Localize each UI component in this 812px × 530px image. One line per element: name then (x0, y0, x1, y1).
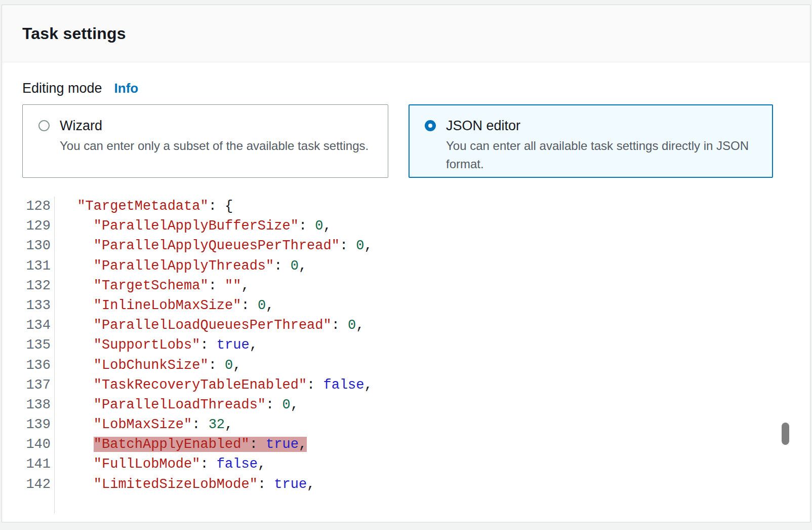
token-str: "FullLobMode" (94, 457, 200, 472)
code-text: "ParallelApplyBufferSize": 0, (54, 216, 332, 236)
token-num: 0 (282, 397, 290, 412)
line-number: 142 (2, 475, 54, 495)
token-punc: : (200, 337, 216, 353)
token-punc: : (340, 238, 356, 253)
token-str: "ParallelLoadQueuesPerThread" (94, 318, 332, 333)
token-str: "TargetSchema" (94, 278, 209, 293)
line-number: 135 (2, 335, 54, 355)
line-number: 128 (2, 197, 54, 216)
token-punc: , (364, 377, 373, 393)
token-punc: , (241, 278, 249, 293)
token-punc: : (192, 417, 208, 432)
code-line[interactable]: 142 "LimitedSizeLobMode": true, (2, 475, 810, 495)
code-line[interactable]: 131 "ParallelApplyThreads": 0, (2, 256, 810, 276)
json-code-editor[interactable]: 128 "TargetMetadata": {129 "ParallelAppl… (2, 197, 810, 516)
code-line[interactable]: 133 "InlineLobMaxSize": 0, (2, 296, 810, 316)
editor-scrollbar-thumb[interactable] (782, 423, 789, 445)
token-num: 0 (315, 218, 323, 234)
token-punc: , (258, 457, 266, 472)
token-num: 0 (356, 238, 364, 253)
code-line[interactable]: 132 "TargetSchema": "", (2, 276, 810, 296)
token-str: "LobMaxSize" (94, 417, 192, 432)
container-content: Editing mode Info Wizard You can enter o… (2, 62, 810, 178)
indent (61, 278, 94, 293)
token-punc: : (307, 377, 323, 393)
indent (61, 457, 94, 472)
code-line[interactable]: 139 "LobMaxSize": 32, (2, 415, 810, 435)
token-str: "TargetMetadata" (77, 199, 208, 214)
token-str: "TaskRecoveryTableEnabled" (94, 377, 307, 393)
token-punc: : (241, 298, 257, 313)
code-line[interactable]: 137 "TaskRecoveryTableEnabled": false, (2, 375, 810, 395)
token-bool: false (323, 377, 364, 393)
indent (61, 358, 94, 373)
indent (61, 298, 94, 313)
wizard-option-card[interactable]: Wizard You can enter only a subset of th… (22, 104, 388, 178)
info-link[interactable]: Info (114, 81, 139, 96)
code-text: "TaskRecoveryTableEnabled": false, (54, 375, 373, 395)
code-text: "LobChunkSize": 0, (54, 356, 241, 375)
token-num: 32 (209, 417, 225, 432)
token-str: "InlineLobMaxSize" (94, 298, 241, 313)
container-header: Task settings (2, 5, 810, 62)
token-punc: , (250, 337, 258, 353)
token-punc: : (274, 258, 290, 274)
code-text: "TargetMetadata": { (54, 197, 233, 216)
token-str: "ParallelApplyThreads" (94, 258, 274, 274)
code-text: "FullLobMode": false, (54, 455, 266, 474)
json-editor-option-title: JSON editor (446, 118, 762, 134)
code-text: "LimitedSizeLobMode": true, (54, 475, 315, 495)
token-str: "ParallelApplyQueuesPerThread" (94, 238, 340, 253)
code-line[interactable]: 129 "ParallelApplyBufferSize": 0, (2, 216, 810, 236)
token-num: 0 (348, 318, 356, 333)
wizard-option-title: Wizard (60, 118, 369, 134)
token-punc: : (266, 397, 282, 412)
line-number: 136 (2, 356, 54, 375)
token-punc: , (307, 477, 315, 492)
token-str: "LobChunkSize" (94, 358, 209, 373)
token-num: 0 (225, 358, 233, 373)
indent (61, 477, 94, 492)
code-line[interactable]: 134 "ParallelLoadQueuesPerThread": 0, (2, 316, 810, 335)
line-number: 141 (2, 455, 54, 474)
token-bool: true (274, 477, 307, 492)
token-str: "BatchApplyEnabled" (94, 437, 250, 452)
token-punc: : (250, 437, 266, 452)
indent (61, 218, 94, 234)
json-editor-option-card[interactable]: JSON editor You can enter all available … (409, 104, 773, 178)
json-editor-radio-icon[interactable] (425, 120, 436, 131)
line-number: 132 (2, 276, 54, 296)
token-bool: false (217, 457, 258, 472)
code-line[interactable]: 130 "ParallelApplyQueuesPerThread": 0, (2, 236, 810, 256)
code-line[interactable]: 136 "LobChunkSize": 0, (2, 356, 810, 375)
token-bool: true (266, 437, 299, 452)
indent (61, 377, 94, 393)
highlighted-match: "BatchApplyEnabled": true, (94, 437, 307, 452)
token-num: 0 (291, 258, 299, 274)
wizard-radio-icon[interactable] (38, 120, 50, 131)
code-line[interactable]: 135 "SupportLobs": true, (2, 335, 810, 355)
code-line[interactable]: 140 "BatchApplyEnabled": true, (2, 435, 810, 455)
code-text: "InlineLobMaxSize": 0, (54, 296, 274, 316)
code-line[interactable]: 138 "ParallelLoadThreads": 0, (2, 395, 810, 415)
line-number: 129 (2, 216, 54, 236)
code-line[interactable]: 128 "TargetMetadata": { (2, 197, 810, 216)
token-punc: , (291, 397, 299, 412)
line-number: 130 (2, 236, 54, 256)
indent (61, 318, 94, 333)
token-punc: , (364, 238, 373, 253)
code-line[interactable]: 141 "FullLobMode": false, (2, 455, 810, 474)
token-bool: true (217, 337, 250, 353)
wizard-option-description: You can enter only a subset of the avail… (60, 137, 369, 155)
code-text: "ParallelApplyThreads": 0, (54, 256, 307, 276)
indent (61, 258, 94, 274)
indent (61, 337, 94, 353)
token-punc: : { (209, 199, 233, 214)
token-punc: , (299, 258, 307, 274)
gutter-divider (54, 197, 55, 513)
code-text: "SupportLobs": true, (54, 335, 258, 355)
token-str: "SupportLobs" (94, 337, 200, 353)
line-number: 131 (2, 256, 54, 276)
editing-mode-label: Editing mode (22, 81, 102, 96)
token-punc: : (299, 218, 315, 234)
